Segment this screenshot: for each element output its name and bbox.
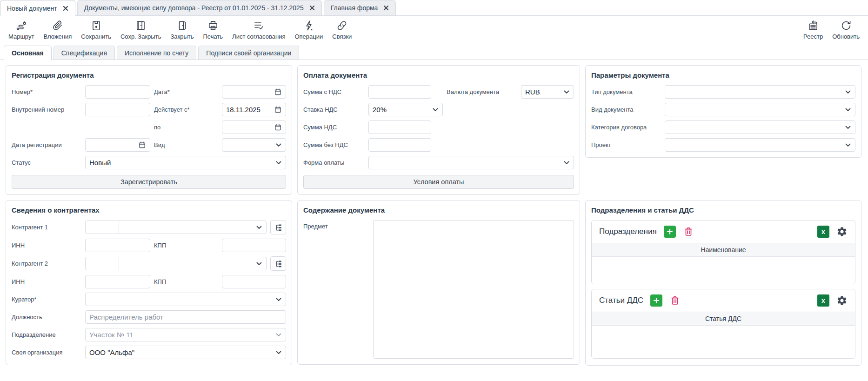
window-tab-main-form[interactable]: Главная форма bbox=[324, 0, 396, 15]
valid-to-input[interactable] bbox=[222, 120, 286, 134]
doc-kind-select[interactable] bbox=[665, 103, 855, 116]
chevron-down-icon bbox=[276, 333, 281, 337]
chevron-down-icon bbox=[256, 226, 262, 229]
main-content: Регистрация документа Номер* Дата* Внутр… bbox=[0, 60, 868, 366]
route-button[interactable]: Маршрут bbox=[4, 19, 39, 41]
counterparty1-tree-button[interactable] bbox=[270, 220, 286, 234]
delete-subdivision-icon[interactable] bbox=[683, 226, 694, 237]
vat-amount-input[interactable] bbox=[368, 120, 431, 134]
approval-sheet-button[interactable]: Лист согласования bbox=[227, 19, 290, 41]
save-close-button[interactable]: Сохр. Закрыть bbox=[116, 19, 166, 41]
counterparty1-select[interactable] bbox=[85, 221, 267, 234]
door-icon bbox=[176, 20, 188, 32]
chevron-down-icon bbox=[564, 161, 569, 165]
dds-articles-table-body[interactable] bbox=[592, 326, 855, 358]
panel-title: Параметры документа bbox=[591, 71, 855, 79]
calendar-icon bbox=[138, 141, 146, 149]
registry-button[interactable]: Реестр bbox=[799, 19, 828, 41]
department-select[interactable]: Участок № 11 bbox=[85, 328, 286, 341]
status-select[interactable]: Новый bbox=[85, 156, 286, 169]
links-button[interactable]: Связки bbox=[327, 19, 356, 41]
number-input[interactable] bbox=[85, 85, 150, 99]
payment-form-select[interactable] bbox=[368, 156, 574, 169]
reg-date-input[interactable] bbox=[85, 138, 150, 152]
vat-amount-label: Сумма НДС bbox=[303, 124, 365, 131]
delete-dds-article-icon[interactable] bbox=[669, 295, 681, 306]
payment-terms-button[interactable]: Условия оплаты bbox=[303, 175, 574, 189]
kind-select[interactable] bbox=[222, 138, 286, 152]
close-tab-icon[interactable] bbox=[383, 5, 389, 11]
dds-articles-column-header: Статья ДДС bbox=[592, 312, 855, 326]
chevron-down-icon bbox=[256, 262, 262, 266]
panel-parameters: Параметры документа Тип документа Вид до… bbox=[585, 65, 861, 158]
save-button[interactable]: Сохранить bbox=[76, 19, 116, 41]
counterparty1-code-segment[interactable] bbox=[86, 221, 119, 234]
window-tab-label: Новый документ bbox=[7, 5, 57, 12]
amount-without-vat-input[interactable] bbox=[368, 138, 431, 152]
internal-number-input[interactable] bbox=[85, 103, 150, 116]
export-dds-articles-excel-button[interactable]: x bbox=[817, 294, 829, 307]
add-subdivision-button[interactable] bbox=[664, 226, 676, 238]
plus-icon bbox=[653, 297, 660, 304]
number-label: Номер* bbox=[12, 88, 81, 95]
tab-specification[interactable]: Спецификация bbox=[53, 46, 115, 60]
operations-button[interactable]: Операции bbox=[290, 19, 327, 41]
position-input[interactable] bbox=[85, 310, 286, 324]
lightning-icon bbox=[303, 20, 315, 32]
refresh-button[interactable]: Обновить bbox=[828, 19, 864, 41]
contract-category-select[interactable] bbox=[665, 120, 855, 134]
subdivisions-subpanel: Подразделения x Наименование bbox=[591, 220, 855, 284]
counterparty2-tree-button[interactable] bbox=[270, 256, 286, 271]
curator-select[interactable] bbox=[85, 293, 286, 306]
dds-articles-title: Статьи ДДС bbox=[599, 296, 643, 305]
inn2-input[interactable] bbox=[85, 275, 150, 288]
project-select[interactable] bbox=[665, 138, 855, 152]
currency-select[interactable]: RUB bbox=[521, 85, 574, 99]
window-tab-registry[interactable]: Документы, имеющие силу договора - Реест… bbox=[77, 0, 322, 15]
kpp2-input[interactable] bbox=[222, 275, 286, 288]
tab-own-org-signatures[interactable]: Подписи своей организации bbox=[198, 46, 299, 60]
tab-invoice-execution[interactable]: Исполнение по счету bbox=[117, 46, 196, 60]
inn1-input[interactable] bbox=[85, 239, 150, 252]
doc-type-select[interactable] bbox=[665, 85, 855, 99]
kind-label: Вид bbox=[154, 141, 218, 148]
attachments-button[interactable]: Вложения bbox=[39, 19, 76, 41]
reg-date-label: Дата регистрации bbox=[12, 141, 81, 148]
subdivisions-column-header: Наименование bbox=[592, 243, 855, 257]
counterparty2-code-segment[interactable] bbox=[86, 257, 119, 270]
export-subdivisions-excel-button[interactable]: x bbox=[817, 226, 829, 238]
save-close-icon bbox=[135, 20, 147, 32]
kpp1-input[interactable] bbox=[222, 239, 286, 252]
internal-number-label: Внутрениий номер bbox=[12, 106, 81, 113]
subject-textarea[interactable] bbox=[373, 220, 574, 359]
settings-gear-icon[interactable] bbox=[836, 226, 848, 237]
valid-from-input[interactable]: 18.11.2025 bbox=[222, 103, 286, 116]
panel-payment: Оплата документа Сумма с НДС Валюта доку… bbox=[297, 65, 580, 195]
date-input[interactable] bbox=[222, 85, 286, 99]
tab-main[interactable]: Основная bbox=[4, 46, 52, 60]
currency-label: Валюта документа bbox=[447, 88, 517, 95]
vat-rate-label: Ставка НДС bbox=[303, 106, 365, 113]
window-tab-new-document[interactable]: Новый документ bbox=[0, 0, 75, 16]
save-icon bbox=[90, 20, 102, 32]
chevron-down-icon bbox=[845, 90, 851, 94]
tree-icon bbox=[274, 260, 282, 268]
vat-rate-select[interactable]: 20% bbox=[368, 103, 443, 116]
close-tab-icon[interactable] bbox=[63, 6, 68, 11]
close-tab-icon[interactable] bbox=[309, 5, 315, 11]
counterparty2-select[interactable] bbox=[85, 257, 267, 270]
print-button[interactable]: Печать bbox=[199, 19, 228, 41]
add-dds-article-button[interactable] bbox=[650, 294, 662, 307]
subdivisions-table-body[interactable] bbox=[592, 257, 855, 284]
chevron-down-icon bbox=[564, 90, 569, 94]
register-button[interactable]: Зарегистрировать bbox=[12, 175, 286, 189]
own-org-select[interactable]: ООО "Альфа" bbox=[85, 346, 286, 359]
doc-kind-label: Вид документа bbox=[591, 106, 661, 113]
settings-gear-icon[interactable] bbox=[836, 295, 848, 306]
tree-icon bbox=[274, 223, 282, 232]
form-tab-bar: Основная Спецификация Исполнение по счет… bbox=[0, 43, 868, 60]
close-button[interactable]: Закрыть bbox=[166, 19, 198, 41]
refresh-icon bbox=[840, 20, 852, 32]
amount-with-vat-input[interactable] bbox=[368, 85, 431, 99]
subject-label: Предмет bbox=[303, 220, 368, 359]
